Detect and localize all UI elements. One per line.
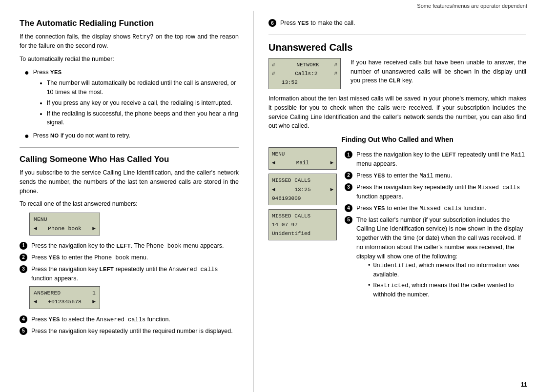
section1-bullets: ● Press YES The number will automaticall… [24,68,239,141]
step-num-2: 2 [20,254,27,261]
hash-right-2: # [334,69,337,78]
find-step-3: 3 Press the navigation key repeatedly un… [345,183,526,201]
answered-label: ANSWERED [34,289,61,297]
step-6-list: 6 Press YES to make the call. [268,19,526,28]
find-step-num-2: 2 [345,172,352,179]
mono-mail-1: Mail [511,152,525,158]
find-step-num-1: 1 [345,151,352,158]
sub-bullets-step5: Unidentified, which means that no inform… [368,261,526,299]
mono-mail-2: Mail [419,173,433,179]
bullet-dot: ● [24,68,29,77]
find-step-2: 2 Press YES to enter the Mail menu. [345,171,526,180]
phone-display-2: ANSWERED 1 ◄ +012345678 ► [29,286,100,309]
step-num-4: 4 [20,315,27,323]
arrow-left-1: ◄ [34,224,37,233]
unanswered-para1: If you have received calls but have been… [350,58,526,85]
subsection-title: Finding Out Who Called and When [268,136,526,143]
mono-answered-calls-2: Answered calls [96,316,145,323]
display-menu-text: MENU [34,215,47,224]
network-row-3: 13:52 [272,78,337,87]
display-row-1: MENU [34,215,96,224]
unanswered-calls-title: Unanswered Calls [268,42,526,53]
sub-bullet-1: The number will automatically be rediale… [47,78,239,97]
display-network: # NETWORK # # Calls:2 # 13:52 [268,58,341,89]
find-step-3-text: Press the navigation key repeatedly unti… [356,183,526,201]
display-menu-phonebook: MENU ◄ Phone book ► [29,213,239,235]
right-displays-col: MENU ◄ Mail ► MISSED CALLS [268,147,337,304]
time-label: 13:52 [272,78,298,87]
display-missed-calls-1: MISSED CALLS ◄ 13:25 ► 046193000 [268,174,337,205]
step-5: 5 Press the navigation key repeatedly un… [20,327,239,336]
network-row-1: # NETWORK # [272,60,337,69]
hash-left-2: # [272,69,275,78]
display-row-2: ◄ Phone book ► [34,224,96,233]
page-container: Some features/menus are operator depende… [0,0,536,392]
phone-number-answered: +012345678 [48,297,82,306]
key-clr: CLR [389,78,401,83]
step-4: 4 Press YES to select the Answered calls… [20,315,239,324]
menu-text: MENU [272,150,285,158]
key-yes: YES [50,69,62,75]
unidentified-mono: Unidentified, which means that no inform… [373,261,526,279]
step-2: 2 Press YES to enter the Phone book menu… [20,253,239,262]
sub-bullet-2: If you press any key or you receive a ca… [47,98,239,108]
calls-label: Calls:2 [292,69,318,78]
missed-row3: 046193000 [272,194,333,203]
right-divider [268,35,526,35]
key-yes-find-4: YES [373,205,385,211]
display-network-block: # NETWORK # # Calls:2 # 13:52 [268,58,341,89]
step-4-text: Press YES to select the Answered calls f… [31,315,239,324]
network-row-2: # Calls:2 # [272,69,337,78]
step-1-text: Press the navigation key to the LEFT. Th… [31,241,239,251]
step-6: 6 Press YES to make the call. [268,19,526,28]
step-3-text: Press the navigation key LEFT repeatedly… [31,265,239,283]
step-2-text: Press YES to enter the Phone book menu. [31,253,239,262]
key-left-find-1: LEFT [441,152,456,157]
phone-display-1: MENU ◄ Phone book ► [29,213,100,235]
step-1: 1 Press the navigation key to the LEFT. … [20,241,239,251]
key-no: NO [50,133,59,138]
right-column: 6 Press YES to make the call. Unanswered… [254,11,536,392]
sub-bullet-unidentified: Unidentified, which means that no inform… [368,261,526,279]
mono-phonebook-2: Phone book [94,255,129,261]
step-5-text: Press the navigation key repeatedly unti… [31,327,239,336]
restricted-mono: Restricted, which means that the caller … [373,281,526,299]
arrow-right-mail: ► [330,158,333,167]
find-step-2-text: Press YES to enter the Mail menu. [356,171,526,180]
missed-row2: ◄ 13:25 ► [272,185,333,194]
missed-number: 046193000 [272,194,301,203]
bullet-item-yes: ● Press YES The number will automaticall… [24,68,239,130]
arrow-right-1: ► [92,224,96,233]
finding-steps: 1 Press the navigation key to the LEFT r… [345,150,526,301]
sub-bullet-3: If the redialing is successful, the phon… [47,109,239,128]
menu-mail-row1: MENU [272,150,333,158]
section2-intro: If you subscribe to the service Calling … [20,168,239,196]
display-answered-row-2: ◄ +012345678 ► [34,297,96,306]
unanswered-para2: Information about the ten last missed ca… [268,94,526,131]
find-step-1-text: Press the navigation key to the LEFT rep… [356,150,526,169]
phonebook-label: Phone book [48,224,82,233]
sub-bullet-restricted: Restricted, which means that the caller … [368,281,526,299]
section1-intro: If the connection fails, the display sho… [20,32,239,51]
arrow-right-missed: ► [330,185,333,194]
key-yes-find-2: YES [373,173,385,178]
find-step-5-text: The last caller's number (if your subscr… [356,216,526,301]
find-step-num-3: 3 [345,183,352,191]
find-step-5: 5 The last caller's number (if your subs… [345,216,526,301]
unidentified-label: Unidentified [272,229,310,238]
mono-missed-calls: Missed calls [478,184,520,191]
find-step-num-4: 4 [345,204,352,212]
unanswered-para-block: If you have received calls but have been… [350,58,526,89]
missed-time: 13:25 [294,185,310,194]
hash-left: # [272,60,275,69]
mail-label: Mail [293,158,312,167]
section1-para2: To automatically redial the number: [20,55,239,64]
bullet-yes-text: Press YES The number will automatically … [33,68,239,130]
section2-steps: 1 Press the navigation key to the LEFT. … [20,241,239,283]
left-column: The Automatic Redialing Function If the … [0,11,254,392]
step-num-6: 6 [268,19,276,27]
missed2-row3: Unidentified [272,229,333,238]
main-content: The Automatic Redialing Function If the … [0,11,536,392]
key-yes-6: YES [297,20,309,26]
arrow-left-missed: ◄ [272,185,275,194]
